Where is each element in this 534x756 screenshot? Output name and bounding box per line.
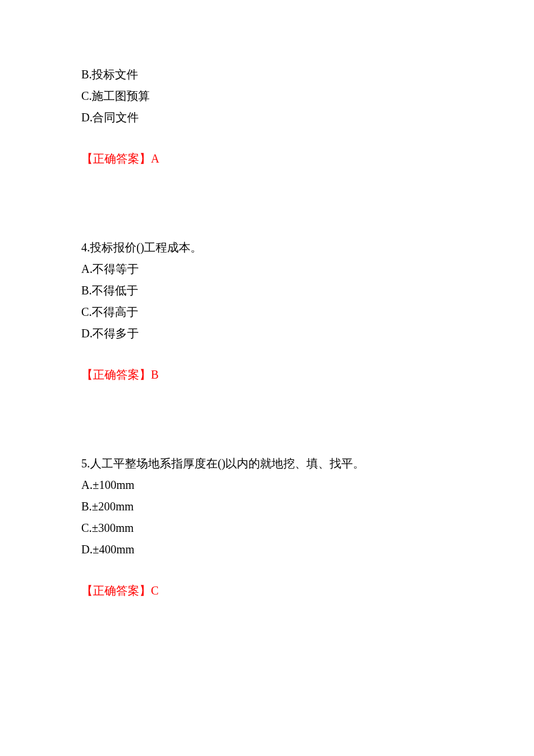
answer-label: 【正确答案】 (81, 584, 151, 597)
q4-option-c: C.不得高于 (81, 301, 453, 323)
answer-label: 【正确答案】 (81, 368, 151, 381)
answer-label: 【正确答案】 (81, 152, 151, 165)
question-3-partial: B.投标文件 C.施工图预算 D.合同文件 【正确答案】A (81, 64, 453, 170)
q3-option-b: B.投标文件 (81, 64, 453, 85)
q4-option-a: A.不得等于 (81, 258, 453, 280)
q3-answer: 【正确答案】A (81, 148, 453, 170)
answer-value: B (151, 368, 158, 381)
q3-option-c: C.施工图预算 (81, 85, 453, 107)
q3-option-d: D.合同文件 (81, 107, 453, 128)
answer-value: C (151, 584, 158, 597)
answer-value: A (151, 152, 159, 165)
q5-option-b: B.±200mm (81, 496, 453, 517)
q4-option-b: B.不得低于 (81, 280, 453, 301)
q5-question: 5.人工平整场地系指厚度在()以内的就地挖、填、找平。 (81, 453, 453, 474)
q5-option-d: D.±400mm (81, 539, 453, 560)
question-4: 4.投标报价()工程成本。 A.不得等于 B.不得低于 C.不得高于 D.不得多… (81, 237, 453, 386)
q4-answer: 【正确答案】B (81, 364, 453, 386)
q5-answer: 【正确答案】C (81, 580, 453, 602)
q4-question: 4.投标报价()工程成本。 (81, 237, 453, 258)
q5-option-c: C.±300mm (81, 517, 453, 539)
q5-option-a: A.±100mm (81, 474, 453, 496)
q4-option-d: D.不得多于 (81, 323, 453, 344)
question-5: 5.人工平整场地系指厚度在()以内的就地挖、填、找平。 A.±100mm B.±… (81, 453, 453, 602)
